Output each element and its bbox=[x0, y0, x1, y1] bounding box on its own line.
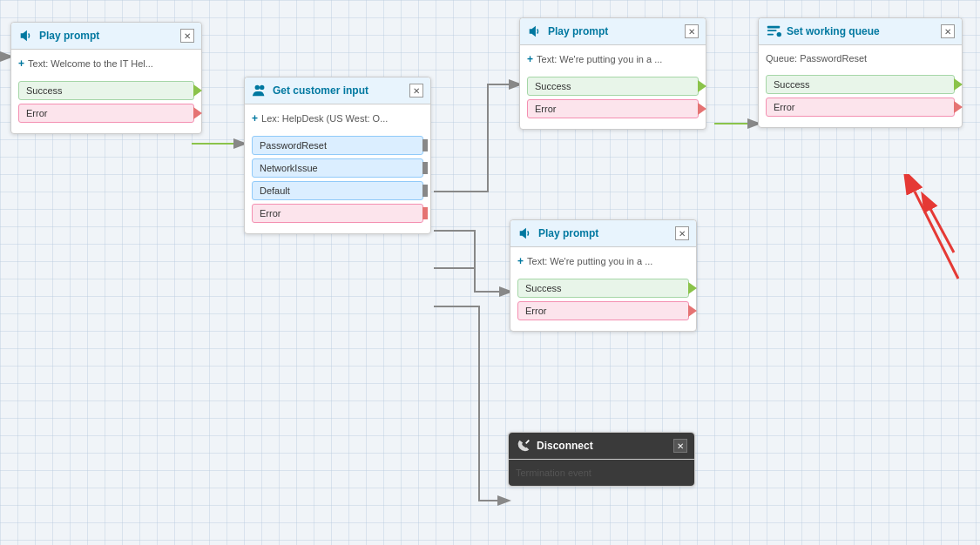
success-arrow-3 bbox=[954, 78, 963, 91]
svg-line-15 bbox=[526, 441, 530, 444]
speaker-icon-3 bbox=[517, 225, 533, 241]
success-arrow-2 bbox=[698, 80, 706, 92]
speaker-icon-2 bbox=[527, 24, 543, 39]
phone-icon bbox=[516, 438, 531, 454]
play-prompt-1-title: Play prompt bbox=[39, 30, 175, 42]
set-working-queue-text: Queue: PasswordReset bbox=[766, 53, 867, 64]
disconnect-title: Disconnect bbox=[537, 440, 668, 452]
svg-rect-12 bbox=[767, 34, 774, 36]
play-prompt-2-success-port[interactable]: Success bbox=[527, 77, 699, 96]
play-prompt-2-header: Play prompt ✕ bbox=[520, 18, 706, 45]
red-arrow-annotation bbox=[889, 174, 976, 287]
svg-point-7 bbox=[255, 85, 260, 90]
port-connector-1 bbox=[422, 139, 428, 151]
play-prompt-3-title: Play prompt bbox=[538, 227, 670, 239]
set-working-queue-node: Set working queue ✕ Queue: PasswordReset… bbox=[758, 17, 963, 128]
disconnect-body-item: Termination event bbox=[516, 465, 687, 481]
play-prompt-2-title: Play prompt bbox=[548, 25, 679, 37]
set-working-queue-success-port[interactable]: Success bbox=[766, 75, 955, 94]
play-prompt-3-node: Play prompt ✕ + Text: We're putting you … bbox=[510, 219, 697, 332]
svg-point-8 bbox=[260, 85, 264, 90]
disconnect-header: Disconnect ✕ bbox=[509, 433, 694, 460]
get-customer-input-close[interactable]: ✕ bbox=[409, 84, 423, 98]
default-port[interactable]: Default bbox=[252, 181, 423, 200]
speaker-icon bbox=[18, 28, 34, 44]
play-prompt-1-body-item: + Text: Welcome to the IT Hel... bbox=[18, 55, 194, 72]
get-customer-input-node: Get customer input ✕ + Lex: HelpDesk (US… bbox=[244, 77, 431, 234]
disconnect-node: Disconnect ✕ Termination event bbox=[508, 432, 695, 487]
set-working-queue-body: Queue: PasswordReset bbox=[759, 45, 962, 71]
success-arrow-4 bbox=[688, 282, 697, 294]
svg-line-17 bbox=[915, 192, 958, 279]
get-customer-input-text: Lex: HelpDesk (US West: O... bbox=[261, 113, 388, 124]
password-reset-port[interactable]: PasswordReset bbox=[252, 136, 423, 155]
plus-icon-2[interactable]: + bbox=[527, 53, 533, 65]
play-prompt-3-close[interactable]: ✕ bbox=[675, 226, 689, 240]
queue-icon bbox=[766, 24, 781, 39]
get-customer-error-port[interactable]: Error bbox=[252, 204, 423, 223]
play-prompt-1-body: + Text: Welcome to the IT Hel... bbox=[11, 50, 201, 77]
lex-plus-icon[interactable]: + bbox=[252, 112, 258, 124]
play-prompt-3-body-item: + Text: We're putting you in a ... bbox=[517, 252, 689, 270]
set-working-queue-ports: Success Error bbox=[759, 71, 962, 127]
plus-icon[interactable]: + bbox=[18, 57, 24, 70]
plus-icon-3[interactable]: + bbox=[517, 255, 524, 267]
play-prompt-3-error-port[interactable]: Error bbox=[517, 301, 689, 320]
play-prompt-2-body-item: + Text: We're putting you in a ... bbox=[527, 50, 699, 68]
network-issue-port[interactable]: NetworkIssue bbox=[252, 158, 423, 178]
get-customer-input-body-item: + Lex: HelpDesk (US West: O... bbox=[252, 110, 423, 127]
play-prompt-3-text: Text: We're putting you in a ... bbox=[527, 256, 652, 266]
success-arrow bbox=[193, 84, 202, 97]
svg-rect-10 bbox=[767, 26, 780, 29]
play-prompt-3-header: Play prompt ✕ bbox=[510, 220, 696, 247]
error-arrow-2 bbox=[698, 103, 706, 115]
get-customer-input-title: Get customer input bbox=[273, 84, 404, 97]
play-prompt-2-body: + Text: We're putting you in a ... bbox=[520, 45, 706, 73]
port-connector-3 bbox=[422, 185, 428, 197]
set-working-queue-title: Set working queue bbox=[787, 25, 936, 37]
play-prompt-1-text: Text: Welcome to the IT Hel... bbox=[28, 58, 153, 69]
set-working-queue-body-item: Queue: PasswordReset bbox=[766, 50, 955, 66]
get-customer-input-header: Get customer input ✕ bbox=[245, 77, 430, 104]
play-prompt-3-ports: Success Error bbox=[510, 275, 696, 331]
get-customer-input-ports: PasswordReset NetworkIssue Default Error bbox=[245, 132, 430, 233]
error-arrow-3 bbox=[954, 101, 963, 113]
error-arrow-4 bbox=[688, 305, 697, 317]
play-prompt-1-header: Play prompt ✕ bbox=[11, 23, 201, 50]
disconnect-text: Termination event bbox=[516, 468, 591, 478]
svg-marker-14 bbox=[520, 228, 526, 239]
set-working-queue-header: Set working queue ✕ bbox=[759, 18, 962, 45]
play-prompt-1-node: Play prompt ✕ + Text: Welcome to the IT … bbox=[10, 22, 202, 134]
play-prompt-3-body: + Text: We're putting you in a ... bbox=[510, 247, 696, 275]
play-prompt-3-success-port[interactable]: Success bbox=[517, 279, 689, 298]
error-arrow bbox=[193, 107, 202, 119]
disconnect-body: Termination event bbox=[509, 460, 694, 486]
flow-canvas: Play prompt ✕ + Text: Welcome to the IT … bbox=[0, 0, 980, 545]
people-icon bbox=[252, 83, 267, 98]
disconnect-close[interactable]: ✕ bbox=[673, 439, 687, 453]
svg-rect-11 bbox=[767, 30, 777, 31]
svg-point-13 bbox=[777, 32, 781, 37]
port-connector-4 bbox=[422, 207, 428, 219]
play-prompt-1-error-port[interactable]: Error bbox=[18, 104, 194, 123]
play-prompt-2-error-port[interactable]: Error bbox=[527, 99, 699, 118]
play-prompt-1-ports: Success Error bbox=[11, 77, 201, 133]
set-working-queue-error-port[interactable]: Error bbox=[766, 98, 955, 117]
port-connector-2 bbox=[422, 162, 428, 174]
play-prompt-1-close[interactable]: ✕ bbox=[180, 29, 194, 43]
play-prompt-2-text: Text: We're putting you in a ... bbox=[537, 54, 662, 64]
svg-marker-6 bbox=[21, 30, 27, 42]
play-prompt-1-success-port[interactable]: Success bbox=[18, 81, 194, 100]
play-prompt-2-close[interactable]: ✕ bbox=[685, 24, 699, 38]
play-prompt-2-ports: Success Error bbox=[520, 73, 706, 129]
set-working-queue-close[interactable]: ✕ bbox=[941, 24, 955, 38]
play-prompt-2-node: Play prompt ✕ + Text: We're putting you … bbox=[519, 17, 706, 130]
get-customer-input-body: + Lex: HelpDesk (US West: O... bbox=[245, 104, 430, 132]
svg-marker-9 bbox=[530, 26, 536, 37]
